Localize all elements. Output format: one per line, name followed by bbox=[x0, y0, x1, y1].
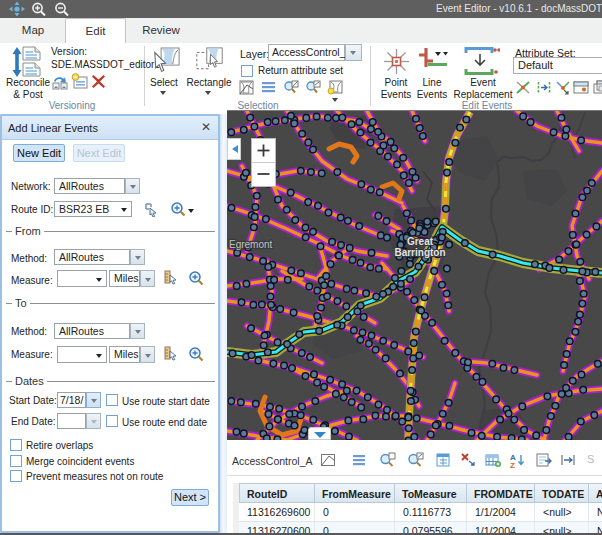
svg-text:Barrington: Barrington bbox=[394, 247, 445, 258]
svg-text:Z: Z bbox=[510, 461, 515, 469]
svg-text:Great: Great bbox=[407, 236, 434, 247]
svg-text:Egremont: Egremont bbox=[229, 239, 273, 250]
